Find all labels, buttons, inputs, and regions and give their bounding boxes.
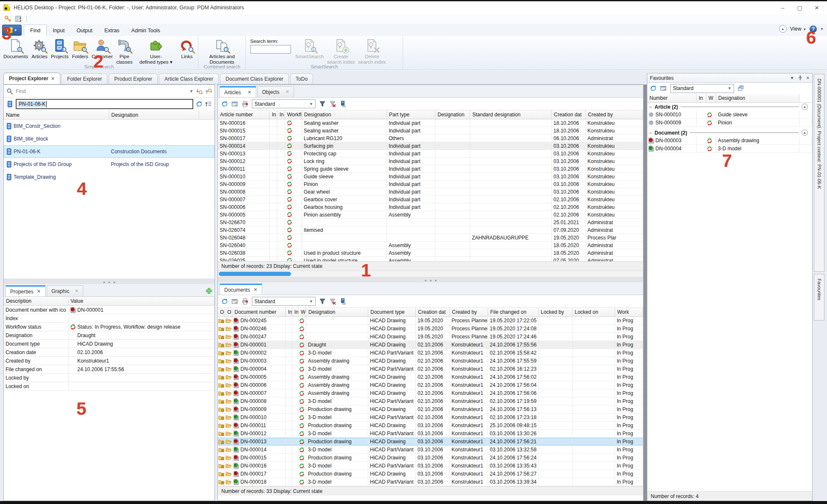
column-header[interactable]: In bbox=[292, 308, 299, 316]
table-row[interactable]: SN-000016 Sealing washer Individual part… bbox=[218, 119, 643, 127]
vertical-splitter[interactable] bbox=[644, 84, 647, 501]
pipe-classes-search-button[interactable]: Pipe classes bbox=[115, 38, 134, 66]
collapse-minus-icon[interactable]: − bbox=[649, 130, 652, 136]
filter-icon[interactable] bbox=[319, 101, 326, 107]
column-header[interactable]: Value bbox=[68, 297, 215, 305]
property-row[interactable]: Index bbox=[4, 314, 215, 323]
folders-search-button[interactable]: Folders bbox=[70, 38, 90, 60]
close-icon[interactable]: ✕ bbox=[37, 289, 41, 294]
maximize-button[interactable]: ▢ bbox=[791, 2, 808, 13]
refresh-icon[interactable] bbox=[221, 298, 228, 305]
column-header[interactable]: Document number bbox=[232, 308, 286, 316]
explorer-tab[interactable]: ToDo bbox=[290, 73, 313, 84]
tree-row[interactable]: BIM_title_block bbox=[4, 132, 215, 145]
table-row[interactable]: DN-000012 3-D model HiCAD Part/Variant 0… bbox=[218, 430, 643, 438]
table-row[interactable]: DN-000245 HiCAD Drawing 19.05.2020 Proce… bbox=[218, 317, 643, 325]
collapse-minus-icon[interactable]: − bbox=[649, 104, 652, 110]
view-select[interactable]: Standard ▼ bbox=[252, 99, 316, 108]
column-header[interactable]: In bbox=[270, 110, 277, 119]
table-row[interactable]: SN-000010 Guide sleeve Individual part 0… bbox=[218, 173, 643, 180]
print-icon[interactable] bbox=[242, 101, 248, 107]
tree-row[interactable]: PN-01-06-K Construction Documents bbox=[4, 145, 215, 158]
column-header[interactable]: O bbox=[225, 308, 232, 316]
table-row[interactable]: DN-000018 3-D model HiCAD Part/Variant 0… bbox=[218, 478, 643, 486]
table-row[interactable]: DN-000011 Production drawing HiCAD Drawi… bbox=[218, 422, 643, 430]
close-button[interactable]: ✕ bbox=[808, 2, 825, 13]
column-header[interactable]: Document type bbox=[368, 308, 416, 316]
column-header[interactable]: Designation bbox=[302, 110, 387, 119]
table-row[interactable]: DN-000006 Assembly drawing HiCAD Drawing… bbox=[218, 381, 643, 389]
detail-view-icon[interactable] bbox=[339, 101, 346, 107]
horizontal-scrollbar[interactable] bbox=[218, 270, 643, 277]
explorer-tab[interactable]: Product Explorer bbox=[109, 73, 158, 84]
table-row[interactable]: DN-000010 3-D model HiCAD Part/Variant 0… bbox=[218, 414, 643, 422]
project-name-input[interactable]: PN-01-06-K bbox=[16, 99, 193, 109]
table-row[interactable]: DN-000003 Assembly drawing HiCAD Drawing… bbox=[218, 357, 643, 365]
tab-documents[interactable]: Documents ✕ bbox=[220, 284, 262, 295]
title-bar[interactable]: HELiOS Desktop - Project: PN-01-06-K, Fo… bbox=[0, 1, 827, 14]
ribbon-tab[interactable]: Extras bbox=[99, 25, 125, 36]
ribbon-tab[interactable]: Input bbox=[47, 25, 71, 36]
close-icon[interactable]: ✕ bbox=[248, 90, 251, 95]
list-item[interactable]: SN-000009 Pinion bbox=[647, 119, 812, 127]
ribbon-tab[interactable]: Output bbox=[71, 25, 99, 36]
column-header[interactable]: Designation bbox=[435, 110, 470, 119]
chevron-up-icon[interactable]: ▲ bbox=[802, 130, 808, 136]
delete-search-index-button[interactable]: Delete search index bbox=[356, 38, 387, 66]
column-header[interactable]: Created by bbox=[586, 110, 643, 119]
collapse-ribbon-icon[interactable]: ▲ bbox=[779, 25, 787, 33]
table-row[interactable]: DN-000002 3-D model HiCAD Part/Variant 0… bbox=[218, 349, 643, 357]
table-row[interactable]: SN-026670 25.01.2021 Administrat bbox=[218, 219, 643, 226]
table-row[interactable]: SN-000017 Lubricant RG120 Others 06.10.2… bbox=[218, 135, 643, 142]
ribbon-tab[interactable]: Find bbox=[24, 25, 47, 36]
detail-view-icon[interactable] bbox=[339, 298, 346, 305]
table-row[interactable]: SN-026074 Itemised 07.09.2020 Administra… bbox=[218, 226, 643, 234]
property-row[interactable]: Workflow status Status: In Progress, Wor… bbox=[4, 323, 215, 331]
horizontal-splitter[interactable] bbox=[218, 277, 643, 282]
explorer-tab[interactable]: Article Class Explorer bbox=[159, 73, 219, 84]
create-search-index-button[interactable]: Create search index bbox=[325, 38, 356, 66]
table-row[interactable]: DN-000008 3-D model HiCAD Part/Variant 0… bbox=[218, 397, 643, 405]
column-header[interactable]: Designation bbox=[109, 110, 199, 119]
table-row[interactable]: DN-000001 Draught HiCAD Drawing 02.10.20… bbox=[218, 341, 643, 349]
column-header[interactable]: In bbox=[286, 308, 292, 316]
refresh-icon[interactable] bbox=[650, 85, 657, 92]
docked-tab-document-context[interactable]: DN-000001 (Document), Project context: P… bbox=[814, 74, 824, 272]
scrollbar-thumb[interactable] bbox=[219, 272, 291, 276]
table-row[interactable]: DN-000004 3-D model HiCAD Part/Variant 0… bbox=[218, 365, 643, 373]
result-view-icon[interactable] bbox=[231, 101, 238, 107]
property-row[interactable]: Creation date 02.10.2006 bbox=[4, 348, 215, 357]
column-header[interactable]: Standard designation bbox=[470, 110, 552, 119]
tab-articles[interactable]: Articles ✕ bbox=[220, 86, 256, 97]
column-header[interactable]: Created by bbox=[450, 308, 488, 316]
column-header[interactable]: Part type bbox=[387, 110, 435, 119]
result-view-icon[interactable] bbox=[660, 85, 667, 92]
table-row[interactable]: DN-000005 Assembly drawing HiCAD Drawing… bbox=[218, 373, 643, 381]
explorer-tab[interactable]: Document Class Explorer bbox=[220, 73, 289, 84]
cascade-windows-icon[interactable] bbox=[737, 85, 744, 92]
pin-icon[interactable] bbox=[798, 76, 803, 81]
table-row[interactable]: SN-000014 Surfacing pin Individual part … bbox=[218, 142, 643, 150]
horizontal-splitter[interactable] bbox=[4, 279, 215, 284]
table-row[interactable]: DN-000007 Assembly drawing HiCAD Drawing… bbox=[218, 389, 643, 397]
table-row[interactable]: DN-000014 3-D model HiCAD Part/Variant 0… bbox=[218, 446, 643, 454]
search-previous-icon[interactable] bbox=[205, 88, 212, 95]
table-row[interactable]: DN-000009 Production drawing HiCAD Drawi… bbox=[218, 405, 643, 414]
column-header[interactable]: O bbox=[218, 308, 225, 316]
clear-filter-icon[interactable] bbox=[329, 101, 336, 107]
column-header[interactable]: Locked by bbox=[539, 308, 573, 316]
table-row[interactable]: DN-000013 Production drawing HiCAD Drawi… bbox=[218, 438, 643, 446]
column-header[interactable]: Workfl bbox=[285, 110, 302, 119]
result-list-icon[interactable] bbox=[15, 15, 22, 23]
filter-icon[interactable] bbox=[319, 298, 326, 305]
table-row[interactable]: SN-000005 Pinion assembly Assembly 02.10… bbox=[218, 211, 643, 219]
chevron-up-icon[interactable]: ▲ bbox=[802, 104, 808, 110]
column-header[interactable]: Number bbox=[647, 94, 697, 102]
chevron-down-icon[interactable]: ▼ bbox=[790, 76, 794, 80]
table-row[interactable]: SN-000008 Gear wheel Individual part 03.… bbox=[218, 188, 643, 196]
column-header[interactable]: Designation bbox=[306, 308, 368, 316]
column-header[interactable]: Locked on bbox=[573, 308, 615, 316]
column-header[interactable]: W bbox=[706, 94, 716, 102]
search-next-icon[interactable] bbox=[196, 88, 203, 95]
smartsearch-button[interactable]: SmartSearch bbox=[294, 38, 325, 60]
